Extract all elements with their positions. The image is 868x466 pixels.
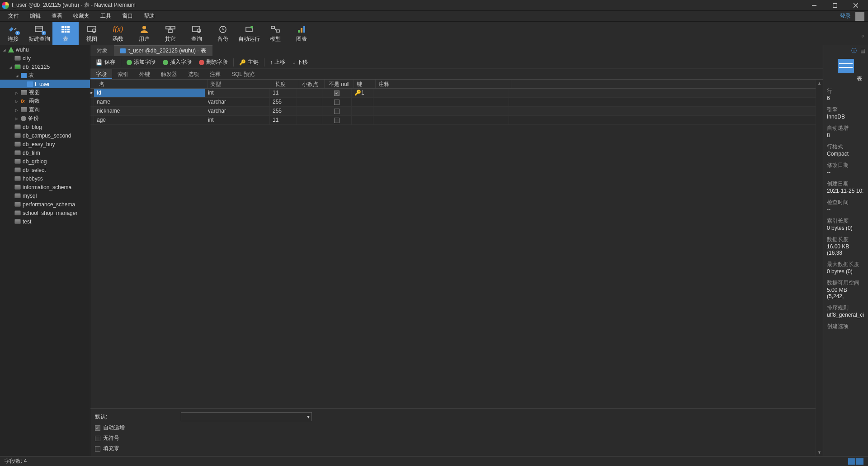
maximize-button[interactable] [825,0,845,10]
vertical-scrollbar[interactable]: ▲▼ [816,80,823,456]
tool-chart[interactable]: 图表 [288,22,315,45]
tab-sql-preview[interactable]: SQL 预览 [226,69,260,79]
tree-item[interactable]: db_blog [0,123,90,131]
menu-view[interactable]: 查看 [46,11,68,21]
tree-item-label: 函数 [29,97,40,105]
menu-window[interactable]: 窗口 [117,11,138,21]
table-row[interactable]: nicknamevarchar255 [90,107,816,116]
notnull-checkbox[interactable] [334,118,340,123]
tree-item[interactable]: school_shop_manager [0,209,90,217]
panel-icon-left[interactable]: ⟐ [861,33,864,39]
tool-automation[interactable]: 自动运行 [236,22,262,45]
close-button[interactable] [845,0,866,10]
tree-item[interactable]: hobbycs [0,174,90,183]
expand-arrow-icon[interactable] [14,107,19,112]
tree-item[interactable]: 查询 [0,105,90,114]
tab-options[interactable]: 选项 [183,69,204,79]
tab-fields[interactable]: 字段 [90,69,112,79]
col-decimal[interactable]: 小数点 [299,80,325,88]
menu-tools[interactable]: 工具 [95,11,117,21]
menu-help[interactable]: 帮助 [138,11,160,21]
tree-item[interactable]: 视图 [0,88,90,97]
tree-item[interactable]: mysql [0,191,90,200]
user-avatar[interactable] [855,12,864,21]
status-indicator-2[interactable] [856,458,863,465]
tree-item[interactable]: performance_schema [0,200,90,209]
zerofill-checkbox[interactable] [95,446,100,452]
table-row[interactable]: ageint11 [90,116,816,125]
tool-new-query[interactable]: +新建查询 [26,22,52,45]
tab-table-designer[interactable]: t_user @db_202125 (wuhu) - 表 [114,45,212,56]
table-row[interactable]: namevarchar255 [90,98,816,107]
tool-model[interactable]: 模型 [262,22,288,45]
info-icon[interactable]: ⓘ [851,47,857,55]
fields-grid[interactable]: 名 类型 长度 小数点 不是 null 键 注释 ▸Idint11🔑1namev… [90,80,816,456]
expand-arrow-icon[interactable] [14,116,19,121]
col-notnull[interactable]: 不是 null [325,80,354,88]
unsigned-checkbox[interactable] [95,436,100,441]
tree-item[interactable]: db_film [0,148,90,157]
tool-query[interactable]: 查询 [184,22,210,45]
tool-table[interactable]: 表 [52,22,79,45]
save-button[interactable]: 💾保存 [93,57,118,67]
tree-item[interactable]: db_202125 [0,62,90,71]
move-up-button[interactable]: ↑上移 [267,57,288,67]
menu-edit[interactable]: 编辑 [24,11,46,21]
expand-arrow-icon[interactable] [14,73,19,78]
tool-other[interactable]: 其它 [157,22,184,45]
tree-item[interactable]: test [0,217,90,226]
notnull-checkbox[interactable] [334,90,340,96]
minimize-button[interactable] [804,0,825,10]
tree-item-label: db_easy_buy [23,141,55,147]
tool-user[interactable]: 用户 [131,22,157,45]
tool-view[interactable]: 视图 [79,22,105,45]
key-icon: 🔑 [239,59,246,66]
tool-connection[interactable]: +连接 [0,22,26,45]
down-arrow-icon: ↓ [292,59,295,66]
auto-increment-checkbox[interactable] [95,425,100,431]
tree-item[interactable]: 备份 [0,114,90,123]
delete-field-button[interactable]: 删除字段 [196,57,231,67]
primary-key-button[interactable]: 🔑主键 [236,57,261,67]
tool-function[interactable]: f(x)函数 [105,22,131,45]
tab-foreign-keys[interactable]: 外键 [134,69,156,79]
tree-item[interactable]: fx函数 [0,97,90,105]
col-name[interactable]: 名 [96,80,208,88]
col-comment[interactable]: 注释 [376,80,511,88]
expand-arrow-icon[interactable] [8,64,13,69]
col-type[interactable]: 类型 [208,80,272,88]
tree-connection[interactable]: wuhu [0,45,90,54]
menu-favorites[interactable]: 收藏夹 [68,11,95,21]
tab-triggers[interactable]: 触发器 [156,69,183,79]
tab-indexes[interactable]: 索引 [112,69,134,79]
add-field-button[interactable]: 添加字段 [124,57,158,67]
tool-backup[interactable]: 备份 [210,22,236,45]
tree-item[interactable]: db_easy_buy [0,140,90,148]
tree-item[interactable]: city [0,54,90,62]
tree-item[interactable]: db_grblog [0,157,90,166]
expand-arrow-icon[interactable] [14,90,19,95]
tab-comment[interactable]: 注释 [204,69,226,79]
col-key[interactable]: 键 [354,80,376,88]
login-link[interactable]: 登录 [836,12,854,20]
menu-file[interactable]: 文件 [3,11,24,21]
tree-item[interactable]: 表 [0,71,90,80]
connection-tree[interactable]: wuhu citydb_202125表t_user视图fx函数查询备份db_bl… [0,45,90,456]
move-down-button[interactable]: ↓下移 [290,57,311,67]
tree-item-label: 视图 [29,89,40,96]
table-row[interactable]: ▸Idint11🔑1 [90,89,816,98]
property-value: 16.00 KB (16,38 [827,243,864,256]
notnull-checkbox[interactable] [334,100,340,105]
default-select[interactable]: ▾ [181,412,312,421]
tree-item[interactable]: t_user [0,80,90,88]
list-icon[interactable]: ▤ [860,48,865,54]
col-length[interactable]: 长度 [272,80,299,88]
tree-item[interactable]: db_select [0,166,90,174]
insert-field-button[interactable]: 插入字段 [160,57,194,67]
status-indicator-1[interactable] [848,458,855,465]
tab-objects[interactable]: 对象 [90,45,114,56]
tree-item[interactable]: information_schema [0,183,90,191]
notnull-checkbox[interactable] [334,109,340,114]
tree-item[interactable]: db_campus_second [0,131,90,140]
expand-arrow-icon[interactable] [14,99,19,104]
